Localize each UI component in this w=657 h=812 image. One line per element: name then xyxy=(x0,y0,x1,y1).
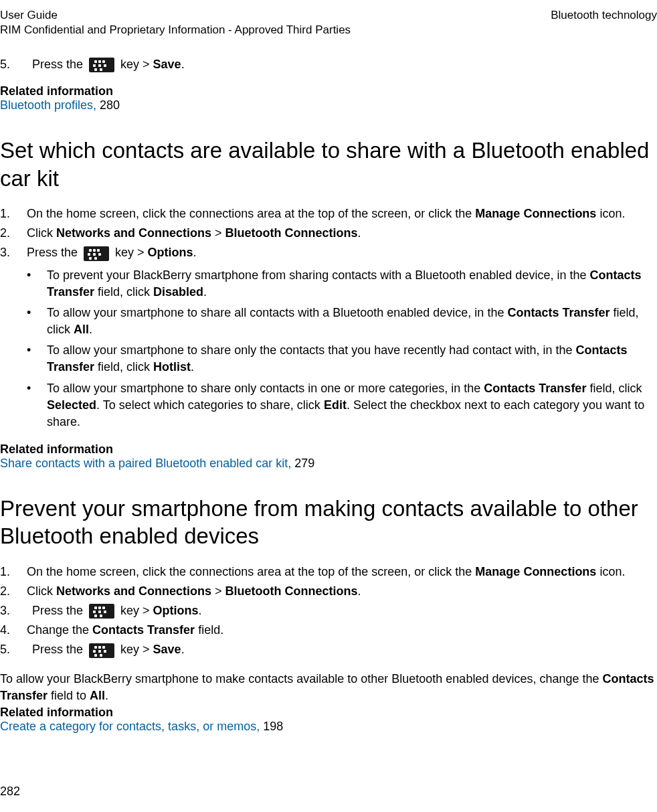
header-left-line1: User Guide xyxy=(0,8,351,23)
step-4: 4. Change the Contacts Transfer field. xyxy=(0,622,657,639)
text: On the home screen, click the connection… xyxy=(27,207,475,220)
related-link[interactable]: Share contacts with a paired Bluetooth e… xyxy=(0,457,657,471)
step-body: Press the key > Options. xyxy=(27,244,657,261)
text: . xyxy=(193,246,197,259)
menu-key-icon xyxy=(89,604,114,619)
step-number: 1. xyxy=(0,564,27,580)
step-body: Click Networks and Connections > Bluetoo… xyxy=(27,583,657,600)
step-number: 3. xyxy=(0,244,27,261)
step-number: 2. xyxy=(0,225,27,242)
bullet-text: To prevent your BlackBerry smartphone fr… xyxy=(47,267,657,301)
bold: Bluetooth Connections xyxy=(225,226,358,240)
text: icon. xyxy=(596,207,625,220)
bullets-list: • To prevent your BlackBerry smartphone … xyxy=(27,267,657,431)
steps-list: 1. On the home screen, click the connect… xyxy=(0,206,657,262)
header-left: User Guide RIM Confidential and Propriet… xyxy=(0,8,351,37)
text: . xyxy=(105,689,108,702)
text: . To select which categories to share, c… xyxy=(96,398,324,412)
bullet-item: • To allow your smartphone to share only… xyxy=(27,342,657,376)
text: Change the xyxy=(27,623,92,637)
page: User Guide RIM Confidential and Propriet… xyxy=(0,0,657,812)
header-right: Bluetooth technology xyxy=(551,8,657,23)
text: To allow your smartphone to share only t… xyxy=(47,343,575,357)
bullet-dot: • xyxy=(27,342,47,376)
bold: Contacts Transfer xyxy=(484,382,586,395)
bold: Selected xyxy=(47,398,96,412)
step-1: 1. On the home screen, click the connect… xyxy=(0,564,657,580)
bold: Save xyxy=(153,643,181,656)
bullet-item: • To allow your smartphone to share all … xyxy=(27,305,657,338)
section-title-contacts-share: Set which contacts are available to shar… xyxy=(0,137,657,192)
bold: Networks and Connections xyxy=(56,226,211,240)
text: To allow your BlackBerry smartphone to m… xyxy=(0,672,603,685)
steps-list: 1. On the home screen, click the connect… xyxy=(0,564,657,659)
link-text: Create a category for contacts, tasks, o… xyxy=(0,720,263,733)
step-1: 1. On the home screen, click the connect… xyxy=(0,206,657,222)
bold: Manage Connections xyxy=(475,565,596,578)
text: . xyxy=(181,643,185,656)
text: field, click xyxy=(94,360,153,374)
text: To allow your smartphone to share all co… xyxy=(47,306,507,319)
step-2: 2. Click Networks and Connections > Blue… xyxy=(0,583,657,600)
text: > xyxy=(211,226,225,240)
link-page: 198 xyxy=(263,720,283,733)
bullet-text: To allow your smartphone to share only c… xyxy=(47,380,657,431)
text: > xyxy=(211,584,225,598)
text: Press the xyxy=(32,58,86,71)
page-header: User Guide RIM Confidential and Propriet… xyxy=(0,8,657,37)
bullet-item: • To allow your smartphone to share only… xyxy=(27,380,657,431)
related-link[interactable]: Create a category for contacts, tasks, o… xyxy=(0,720,657,734)
related-heading: Related information xyxy=(0,442,657,457)
link-page: 280 xyxy=(100,98,120,112)
step-number: 3. xyxy=(0,602,27,619)
link-text: Share contacts with a paired Bluetooth e… xyxy=(0,457,294,470)
text: . xyxy=(358,584,361,598)
text: key > xyxy=(120,58,153,71)
text: field to xyxy=(48,689,90,702)
related-link[interactable]: Bluetooth profiles, 280 xyxy=(0,98,657,112)
paragraph: To allow your BlackBerry smartphone to m… xyxy=(0,671,657,704)
bullet-dot: • xyxy=(27,267,47,301)
related-heading: Related information xyxy=(0,84,657,98)
text: . xyxy=(203,285,207,299)
bold: Hotlist xyxy=(153,360,191,374)
step-body: Change the Contacts Transfer field. xyxy=(27,622,657,639)
text: key > xyxy=(115,246,148,259)
bullet-text: To allow your smartphone to share only t… xyxy=(47,342,657,376)
step-5: 5. Press the key > Save. xyxy=(0,641,657,658)
content: 5. Press the key > Save. Related informa… xyxy=(0,37,657,734)
bullet-dot: • xyxy=(27,380,47,431)
bold: Manage Connections xyxy=(475,207,596,220)
menu-key-icon xyxy=(89,58,114,72)
bullet-dot: • xyxy=(27,305,47,338)
text: Press the xyxy=(32,643,86,656)
step-5: 5. Press the key > Save. xyxy=(0,56,657,72)
text: . xyxy=(89,323,92,336)
text: Press the xyxy=(32,604,86,617)
page-number: 282 xyxy=(0,785,20,799)
step-body: Press the key > Save. xyxy=(27,641,657,658)
bold: Save xyxy=(153,58,181,71)
text: Click xyxy=(27,226,56,240)
text: icon. xyxy=(596,565,625,578)
text: key > xyxy=(120,643,153,656)
link-page: 279 xyxy=(294,457,314,470)
text: field, click xyxy=(586,382,642,395)
bold: Options xyxy=(148,246,193,259)
step-body: Press the key > Options. xyxy=(27,602,657,619)
text: Click xyxy=(27,584,56,598)
bullet-item: • To prevent your BlackBerry smartphone … xyxy=(27,267,657,301)
text: . xyxy=(181,58,185,71)
text: field. xyxy=(195,623,223,637)
bold: Disabled xyxy=(153,285,203,299)
bold: Contacts Transfer xyxy=(507,306,609,319)
text: field, click xyxy=(94,285,153,299)
text: To allow your smartphone to share only c… xyxy=(47,382,484,395)
link-text: Bluetooth profiles, xyxy=(0,98,100,112)
text: On the home screen, click the connection… xyxy=(27,565,475,578)
text: Press the xyxy=(27,246,81,259)
bold: Contacts Transfer xyxy=(92,623,195,637)
step-number: 1. xyxy=(0,206,27,222)
step-number: 5. xyxy=(0,641,27,658)
text: . xyxy=(191,360,194,374)
